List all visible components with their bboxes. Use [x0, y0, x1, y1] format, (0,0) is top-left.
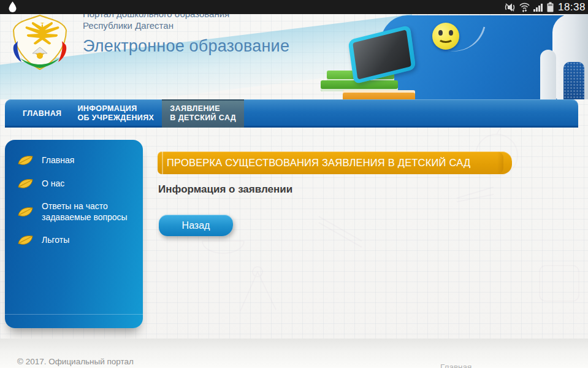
sidebar-menu: Главная О нас Ответы на часто задаваемые… — [5, 140, 143, 328]
signal-icon — [533, 2, 544, 12]
sidebar-list: Главная О нас Ответы на часто задаваемые… — [5, 148, 143, 251]
page-title-banner: ПРОВЕРКА СУЩЕСТВОВАНИЯ ЗАЯВЛЕНИЯ В ДЕТСК… — [158, 151, 512, 174]
sidebar-item-about[interactable]: О нас — [5, 172, 143, 195]
back-button[interactable]: Назад — [159, 215, 233, 236]
clock-text: 18:38 — [557, 1, 586, 13]
app-screen: Портал дошкольного образования Республик… — [0, 0, 588, 368]
leaf-icon — [17, 234, 34, 246]
copyright-text: © 2017. Официальный портал — [17, 357, 134, 366]
smiley-badge-icon — [432, 23, 459, 50]
status-icons-cluster: 18:38 — [504, 0, 586, 14]
battery-icon — [547, 2, 554, 12]
section-heading: Информация о заявлении — [158, 183, 292, 196]
nav-tab-home[interactable]: ГЛАВНАЯ — [15, 99, 69, 128]
sidebar-item-label: О нас — [42, 178, 64, 189]
orange-book — [343, 90, 415, 99]
page-title-banner-text: ПРОВЕРКА СУЩЕСТВОВАНИЯ ЗАЯВЛЕНИЯ В ДЕТСК… — [158, 157, 470, 169]
page-header: Портал дошкольного образования Республик… — [0, 14, 588, 99]
sidebar-item-label: Ответы на часто задаваемые вопросы — [42, 201, 137, 223]
header-text-block: Портал дошкольного образования Республик… — [83, 14, 289, 56]
nav-tab-kindergarten-application[interactable]: ЗАЯВЛЕНИЕ В ДЕТСКИЙ САД — [162, 99, 244, 128]
smiley-mouth — [438, 33, 454, 43]
dagestan-coat-of-arms-logo — [7, 14, 73, 72]
android-status-bar: 18:38 — [0, 0, 588, 14]
nav-tab-label: ГЛАВНАЯ — [23, 109, 61, 118]
site-title: Электронное образование — [83, 37, 289, 56]
page-footer: © 2017. Официальный портал Главная — [0, 339, 588, 368]
footer-link-home[interactable]: Главная — [440, 362, 472, 368]
wifi-hotspot-icon — [519, 2, 530, 12]
backpack-mesh-pocket — [563, 62, 584, 99]
backpack-strap-2 — [540, 50, 556, 99]
portal-subtitle-line1: Портал дошкольного образования — [83, 14, 289, 20]
sidebar-item-benefits[interactable]: Льготы — [5, 228, 143, 251]
sidebar-divider — [5, 314, 143, 315]
main-navigation: ГЛАВНАЯ ИНФОРМАЦИЯ ОБ УЧРЕЖДЕНИЯХ ЗАЯВЛЕ… — [5, 99, 578, 128]
sidebar-item-label: Льготы — [42, 234, 69, 245]
sidebar-item-home[interactable]: Главная — [5, 148, 143, 172]
header-illustration — [318, 14, 588, 99]
nav-tab-label: ИНФОРМАЦИЯ ОБ УЧРЕЖДЕНИЯХ — [77, 104, 154, 123]
leaf-icon — [17, 205, 34, 218]
drop-icon — [8, 1, 17, 13]
mute-icon — [504, 2, 516, 12]
sidebar-item-faq[interactable]: Ответы на часто задаваемые вопросы — [5, 195, 143, 228]
leaf-icon — [17, 177, 34, 190]
leaf-icon — [17, 154, 34, 166]
tablet-screen — [353, 29, 411, 80]
nav-tab-label: ЗАЯВЛЕНИЕ В ДЕТСКИЙ САД — [170, 104, 236, 123]
nav-tab-institutions-info[interactable]: ИНФОРМАЦИЯ ОБ УЧРЕЖДЕНИЯХ — [69, 99, 162, 128]
portal-subtitle-line2: Республики Дагестан — [83, 20, 289, 31]
sidebar-item-label: Главная — [42, 155, 74, 166]
